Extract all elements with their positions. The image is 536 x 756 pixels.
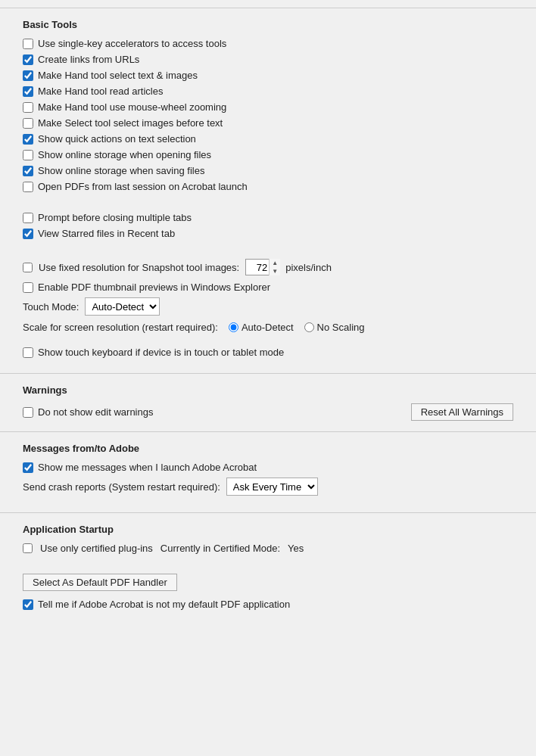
messages-checkbox-label: Show me messages when I launch Adobe Acr… (38, 462, 257, 473)
thumbnail-checkbox[interactable] (23, 282, 33, 293)
spinbox-down-arrow[interactable]: ▼ (270, 267, 280, 275)
basic-checkbox-cb4[interactable] (23, 86, 33, 97)
basic-checkbox-label-cb1: Use single-key accelerators to access to… (38, 38, 226, 49)
basic2-checkbox-label-cb12: View Starred files in Recent tab (38, 228, 175, 239)
default-pdf-checkbox[interactable] (23, 599, 33, 610)
crash-report-select[interactable]: Ask Every Time Always Send Never Send (226, 478, 318, 496)
basic-checkbox-label-cb5: Make Hand tool use mouse-wheel zooming (38, 101, 226, 113)
basic-checkbox-label-cb2: Create links from URLs (38, 54, 139, 65)
touch-mode-select[interactable]: Auto-Detect Always Never (85, 297, 160, 316)
certified-checkbox-label: Use only certified plug-ins (40, 543, 153, 554)
basic-checkbox-row-9: Open PDFs from last session on Acrobat l… (23, 181, 513, 192)
basic-checkbox-label-cb9: Show online storage when saving files (38, 165, 204, 176)
main-panel: Basic Tools Use single-key accelerators … (0, 0, 536, 633)
touch-keyboard-label: Show touch keyboard if device is in touc… (38, 347, 284, 358)
default-pdf-label: Tell me if Adobe Acrobat is not my defau… (38, 599, 290, 610)
basic-checkbox-label-cb3: Make Hand tool select text & images (38, 70, 198, 81)
startup-title: Application Startup (23, 524, 513, 535)
warnings-checkbox-label: Do not show edit warnings (38, 406, 153, 418)
messages-checkbox-row: Show me messages when I launch Adobe Acr… (23, 462, 513, 473)
warnings-section: Warnings Do not show edit warnings Reset… (0, 373, 536, 431)
basic-checkbox-label-cb4: Make Hand tool read articles (38, 86, 163, 97)
thumbnail-row: Enable PDF thumbnail previews in Windows… (23, 282, 513, 293)
scale-auto-detect-label: Auto-Detect (242, 322, 294, 333)
basic-checkbox-row-6: Show quick actions on text selection (23, 133, 513, 145)
scale-auto-detect-radio[interactable] (229, 322, 238, 332)
snapshot-spinbox[interactable]: ▲ ▼ (245, 259, 279, 275)
touch-keyboard-checkbox[interactable] (23, 347, 33, 358)
basic-checkbox-cb8[interactable] (23, 150, 33, 160)
scale-auto-detect-option: Auto-Detect (229, 322, 294, 333)
warnings-title: Warnings (23, 384, 513, 396)
basic-checkbox-cb5[interactable] (23, 102, 33, 113)
basic-checkbox-row-1: Create links from URLs (23, 54, 513, 65)
default-pdf-handler-button[interactable]: Select As Default PDF Handler (23, 574, 177, 591)
default-btn-row: Select As Default PDF Handler (23, 574, 513, 591)
basic-checkbox-cb1[interactable] (23, 39, 33, 49)
snapshot-checkbox[interactable] (23, 263, 33, 272)
thumbnail-label: Enable PDF thumbnail previews in Windows… (38, 282, 270, 293)
touch-keyboard-row: Show touch keyboard if device is in touc… (23, 347, 513, 358)
snapshot-label: Use fixed resolution for Snapshot tool i… (39, 262, 239, 273)
basic-checkbox-cb10[interactable] (23, 182, 33, 192)
reset-warnings-button[interactable]: Reset All Warnings (411, 403, 513, 421)
basic2-checkbox-row-1: View Starred files in Recent tab (23, 228, 513, 239)
basic-checkbox-row-5: Make Select tool select images before te… (23, 117, 513, 129)
basic-checkbox-row-4: Make Hand tool use mouse-wheel zooming (23, 101, 513, 113)
basic-checkbox-row-7: Show online storage when opening files (23, 149, 513, 160)
basic-checkbox-label-cb10: Open PDFs from last session on Acrobat l… (38, 181, 248, 192)
basic2-checkbox-cb11[interactable] (23, 213, 33, 223)
basic-checkbox-cb3[interactable] (23, 70, 33, 81)
scale-row: Scale for screen resolution (restart req… (23, 322, 513, 333)
certified-checkbox[interactable] (23, 543, 33, 553)
certified-mode-value: Yes (288, 543, 304, 554)
basic-checkbox-cb2[interactable] (23, 54, 33, 65)
basic-tools-section: Basic Tools Use single-key accelerators … (0, 8, 536, 373)
basic-checkbox-label-cb7: Show quick actions on text selection (38, 133, 196, 145)
basic-checkbox-row-3: Make Hand tool read articles (23, 86, 513, 97)
basic-checkbox-cb6[interactable] (23, 118, 33, 129)
certified-mode-label: Currently in Certified Mode: (160, 543, 280, 554)
basic-checkbox-row-8: Show online storage when saving files (23, 165, 513, 176)
basic-checkboxes2-group: Prompt before closing multiple tabsView … (23, 212, 513, 239)
scale-no-scaling-option: No Scaling (304, 322, 365, 333)
scale-no-scaling-radio[interactable] (304, 322, 314, 332)
spinbox-up-arrow[interactable]: ▲ (270, 259, 280, 267)
spinbox-arrows: ▲ ▼ (269, 259, 280, 275)
touch-mode-label: Touch Mode: (23, 301, 79, 313)
messages-section: Messages from/to Adobe Show me messages … (0, 431, 536, 512)
basic-checkbox-cb7[interactable] (23, 134, 33, 145)
snapshot-unit: pixels/inch (285, 262, 332, 273)
messages-checkbox[interactable] (23, 462, 33, 473)
basic-tools-title: Basic Tools (23, 19, 513, 30)
basic-checkbox-label-cb6: Make Select tool select images before te… (38, 117, 223, 129)
messages-title: Messages from/to Adobe (23, 443, 513, 454)
default-pdf-checkbox-row: Tell me if Adobe Acrobat is not my defau… (23, 599, 513, 610)
scale-no-scaling-label: No Scaling (317, 322, 365, 333)
basic-checkbox-row-2: Make Hand tool select text & images (23, 70, 513, 81)
startup-section: Application Startup Use only certified p… (0, 512, 536, 625)
crash-report-label: Send crash reports (System restart requi… (23, 481, 220, 493)
basic-checkbox-cb9[interactable] (23, 166, 33, 176)
basic-checkbox-row-0: Use single-key accelerators to access to… (23, 38, 513, 49)
warnings-row: Do not show edit warnings Reset All Warn… (23, 403, 513, 421)
warnings-checkbox-row: Do not show edit warnings (23, 406, 153, 418)
snapshot-value-input[interactable] (246, 262, 269, 273)
certified-row: Use only certified plug-ins Currently in… (23, 543, 513, 554)
basic2-checkbox-cb12[interactable] (23, 229, 33, 239)
snapshot-row: Use fixed resolution for Snapshot tool i… (23, 259, 513, 275)
basic2-checkbox-row-0: Prompt before closing multiple tabs (23, 212, 513, 223)
basic-checkboxes-group: Use single-key accelerators to access to… (23, 38, 513, 192)
warnings-checkbox[interactable] (23, 407, 33, 418)
scale-label: Scale for screen resolution (restart req… (23, 322, 218, 333)
basic2-checkbox-label-cb11: Prompt before closing multiple tabs (38, 212, 192, 223)
touch-mode-row: Touch Mode: Auto-Detect Always Never (23, 297, 513, 316)
basic-checkbox-label-cb8: Show online storage when opening files (38, 149, 211, 160)
crash-report-row: Send crash reports (System restart requi… (23, 478, 513, 496)
